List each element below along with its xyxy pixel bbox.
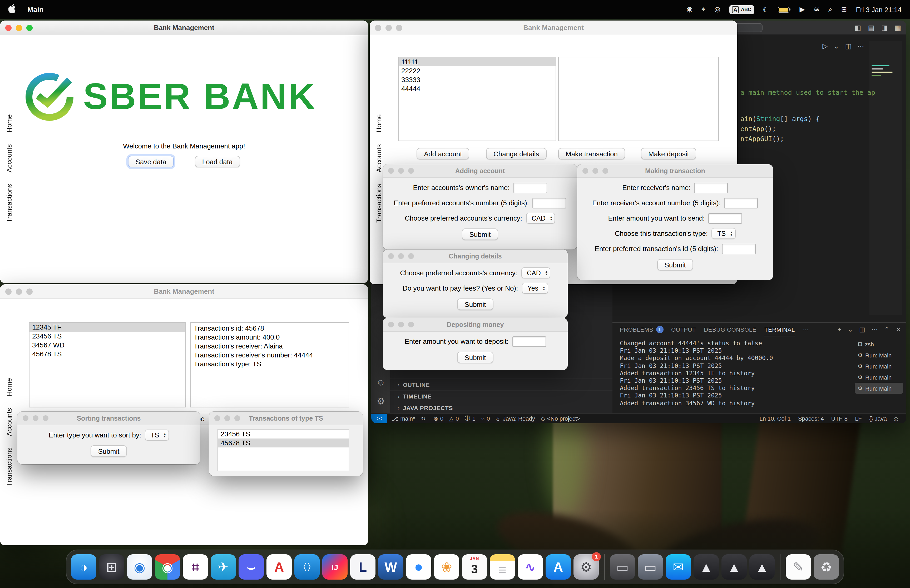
terminal-session-run-main[interactable]: ⚙ Run: Main: [855, 360, 903, 372]
status-indentation[interactable]: Spaces: 4: [798, 415, 824, 422]
status-java-ready[interactable]: ♨ Java: Ready: [496, 415, 535, 422]
dock-mail[interactable]: ✉: [666, 554, 691, 580]
accounts-list[interactable]: 11111222223333344444: [398, 57, 556, 141]
dock-photos[interactable]: ❀: [434, 554, 459, 580]
dock-red-a-app[interactable]: A: [267, 554, 292, 580]
sidebar-tab-transactions[interactable]: Transactions: [5, 447, 13, 486]
panel-tab-problems[interactable]: PROBLEMS 1: [620, 323, 663, 336]
close-button[interactable]: [375, 24, 381, 31]
list-item[interactable]: 22222: [399, 66, 556, 75]
zoom-button[interactable]: [396, 24, 402, 31]
owner-name-input[interactable]: [513, 183, 547, 193]
list-item[interactable]: 12345 TF: [29, 323, 185, 332]
minimize-button[interactable]: [592, 168, 598, 174]
status-errors[interactable]: ⊗ 0: [433, 415, 443, 422]
close-button[interactable]: [5, 288, 11, 294]
toggle-secondary-sidebar-icon[interactable]: ◨: [881, 24, 888, 32]
panel-more-icon[interactable]: ⋯: [871, 326, 878, 333]
minimize-button[interactable]: [16, 288, 22, 294]
dock-window-thumb-1[interactable]: ▭: [610, 554, 635, 580]
wifi-icon[interactable]: ≋: [814, 5, 819, 14]
sidebar-tab-transactions[interactable]: Transactions: [375, 184, 383, 223]
zoom-button[interactable]: [408, 253, 414, 259]
panel-tab-terminal[interactable]: TERMINAL: [765, 323, 795, 336]
dock-divider[interactable]: [604, 554, 605, 580]
remote-indicator[interactable]: ><: [371, 414, 387, 423]
dialog-titlebar[interactable]: Changing details: [383, 250, 568, 263]
change-details-button[interactable]: Change details: [486, 148, 546, 160]
account-number-input[interactable]: [533, 198, 566, 208]
focus-icon[interactable]: ☾: [763, 5, 769, 13]
panel-tab-output[interactable]: OUTPUT: [671, 323, 696, 336]
dock-curve-app[interactable]: ∿: [518, 554, 543, 580]
panel-tab-debug-console[interactable]: DEBUG CONSOLE: [704, 323, 756, 336]
zoom-button[interactable]: [26, 288, 33, 294]
status-eol[interactable]: LF: [855, 415, 862, 422]
deposit-amount-input[interactable]: [512, 336, 546, 347]
submit-button[interactable]: Submit: [457, 299, 493, 310]
zoom-button[interactable]: [43, 415, 48, 421]
dock-finder[interactable]: ◑: [71, 554, 96, 580]
minimize-button[interactable]: [398, 321, 404, 328]
minimize-button[interactable]: [398, 168, 404, 174]
play-icon[interactable]: ▶: [799, 5, 805, 14]
dock-dark-app-1[interactable]: ▲: [693, 554, 719, 580]
window-titlebar[interactable]: Bank Management: [370, 21, 737, 35]
status-notifications[interactable]: ⍾: [894, 415, 900, 422]
receiver-account-input[interactable]: [724, 198, 758, 208]
minimize-button[interactable]: [16, 24, 22, 31]
maximize-panel-icon[interactable]: ⌃: [884, 326, 889, 333]
status-sync[interactable]: ↻: [421, 415, 428, 422]
zoom-button[interactable]: [26, 24, 33, 31]
dock-settings[interactable]: ⚙ 1: [574, 554, 599, 580]
submit-button[interactable]: Submit: [457, 352, 493, 363]
status-branch[interactable]: ⎇ main*: [392, 415, 415, 422]
spotlight-icon[interactable]: ⌕: [828, 5, 832, 14]
terminal-session-run-main[interactable]: ⚙ Run: Main: [855, 383, 903, 394]
account-icon[interactable]: ☺: [376, 378, 385, 388]
toggle-sidebar-icon[interactable]: ◧: [855, 24, 861, 32]
explorer-section-timeline[interactable]: › TIMELINE: [390, 390, 613, 402]
list-item[interactable]: 45678 TS: [29, 349, 185, 359]
minimize-button[interactable]: [398, 253, 404, 259]
transaction-id-input[interactable]: [722, 244, 755, 254]
zoom-button[interactable]: [408, 168, 414, 174]
window-titlebar[interactable]: Bank Management: [0, 21, 368, 35]
submit-button[interactable]: Submit: [462, 228, 498, 240]
terminal-session-zsh[interactable]: ⊡ zsh: [855, 338, 903, 349]
shazam-icon[interactable]: ◎: [714, 5, 721, 14]
sidebar-tab-home[interactable]: Home: [375, 114, 383, 132]
transactions-list[interactable]: 12345 TF23456 TS34567 WD45678 TS: [29, 322, 186, 407]
dock-slack[interactable]: ⌗: [183, 554, 208, 580]
keyboard-input-badge[interactable]: A ABC: [729, 5, 754, 14]
dock-textedit[interactable]: ✎: [786, 554, 811, 580]
minimize-button[interactable]: [33, 415, 39, 421]
dock-safari[interactable]: ◉: [127, 554, 152, 580]
sidebar-tab-accounts[interactable]: Accounts: [5, 408, 13, 436]
record-icon[interactable]: ◉: [687, 5, 693, 14]
dock-window-thumb-2[interactable]: ▭: [638, 554, 663, 580]
dock-zoom[interactable]: ●: [406, 554, 431, 580]
list-item[interactable]: 34567 WD: [29, 341, 185, 349]
currency-select[interactable]: CAD ▲▼: [526, 213, 555, 224]
dock-divider[interactable]: [780, 554, 781, 580]
status-cursor-position[interactable]: Ln 10, Col 1: [760, 415, 791, 422]
zoom-button[interactable]: [603, 168, 608, 174]
menu-clock[interactable]: Fri 3 Jan 21:14: [856, 5, 902, 13]
dock-discord[interactable]: ⌣: [239, 554, 264, 580]
window-titlebar[interactable]: Bank Management: [0, 284, 368, 299]
dialog-titlebar[interactable]: Making transaction: [577, 164, 773, 178]
status-no-project[interactable]: ◇ <No project>: [541, 415, 580, 422]
app-menu-main[interactable]: Main: [27, 5, 44, 13]
dialog-titlebar[interactable]: Adding account: [383, 164, 577, 178]
split-terminal-icon[interactable]: ◫: [859, 326, 865, 333]
receiver-name-input[interactable]: [694, 183, 728, 193]
list-item[interactable]: 44444: [399, 84, 556, 93]
dock-dark-app-2[interactable]: ▲: [721, 554, 747, 580]
close-button[interactable]: [388, 321, 394, 328]
location-icon[interactable]: ⌖: [701, 5, 705, 14]
terminal-output[interactable]: Changed account 44444's status to falseF…: [620, 339, 853, 407]
panel-tabs-more-icon[interactable]: ⋯: [803, 323, 809, 336]
sidebar-tab-transactions[interactable]: Transactions: [5, 184, 13, 223]
terminal-session-run-main[interactable]: ⚙ Run: Main: [855, 372, 903, 383]
